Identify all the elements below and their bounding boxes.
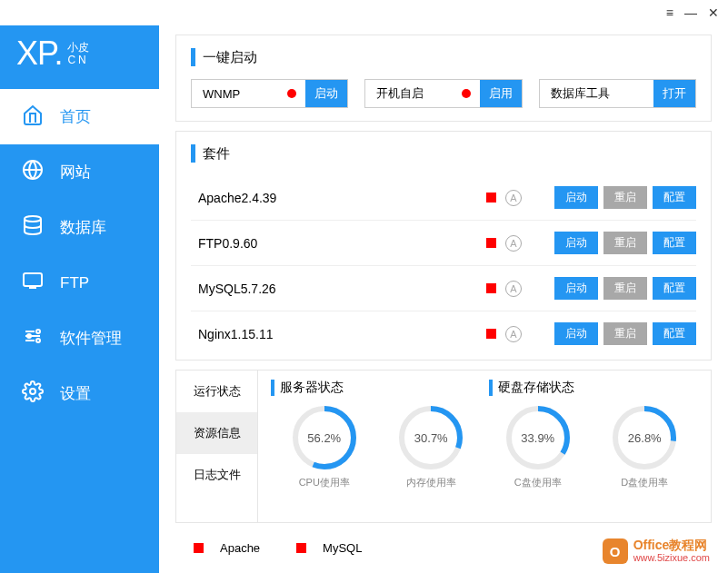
sidebar-item-label: 网站 [60, 162, 91, 183]
quick-button-0[interactable]: 启动 [305, 80, 347, 107]
legend-square-icon [194, 543, 204, 553]
legend-item: MySQL [296, 541, 362, 555]
suite-restart-button[interactable]: 重启 [603, 232, 647, 254]
status-dot-icon [287, 89, 296, 98]
suite-row: MySQL5.7.26A启动重启配置 [191, 266, 696, 311]
gauge-percent: 30.7% [398, 405, 464, 470]
quick-label: 数据库工具 [540, 85, 653, 102]
gauge: 26.8%D盘使用率 [612, 405, 677, 489]
sidebar-item-soft[interactable]: 软件管理 [0, 311, 159, 366]
settings-icon [22, 380, 44, 407]
gauge: 56.2%CPU使用率 [292, 405, 357, 489]
status-tab-0[interactable]: 运行状态 [176, 370, 257, 412]
gauge-label: 内存使用率 [406, 476, 456, 489]
db-icon [22, 214, 44, 241]
suite-badge-icon: A [505, 326, 522, 342]
quick-label: WNMP [192, 87, 287, 101]
sidebar-item-label: 数据库 [60, 217, 106, 238]
logo-text: XP. [16, 35, 62, 73]
sidebar: XP. 小皮 CN 首页网站数据库FTP软件管理设置 [0, 25, 159, 573]
suite-row: FTP0.9.60A启动重启配置 [191, 221, 696, 266]
suite-start-button[interactable]: 启动 [554, 277, 598, 300]
sidebar-item-label: FTP [60, 274, 89, 292]
suite-restart-button[interactable]: 重启 [603, 322, 647, 345]
status-dot-icon [462, 89, 471, 98]
status-card: 运行状态资源信息日志文件 服务器状态 硬盘存储状态 56.2%CPU使用率30.… [175, 370, 712, 523]
suite-name: Apache2.4.39 [191, 191, 486, 205]
suite-badge-icon: A [505, 281, 522, 297]
suite-name: Nginx1.15.11 [191, 327, 486, 341]
suite-row: Apache2.4.39A启动重启配置 [191, 175, 696, 221]
menu-icon[interactable]: ≡ [666, 5, 673, 20]
gauge: 33.9%C盘使用率 [505, 405, 571, 489]
home-icon [22, 104, 44, 130]
suite-start-button[interactable]: 启动 [554, 232, 598, 254]
quick-box-2: 数据库工具打开 [539, 79, 696, 108]
quickstart-title: 一键启动 [191, 48, 696, 66]
suite-name: FTP0.9.60 [191, 236, 486, 251]
sidebar-item-site[interactable]: 网站 [0, 144, 159, 200]
status-square-icon [486, 329, 496, 339]
sidebar-item-label: 首页 [60, 106, 91, 127]
suites-title: 套件 [191, 144, 696, 163]
gauge-label: C盘使用率 [514, 476, 562, 489]
quick-box-1: 开机自启启用 [364, 79, 522, 108]
sidebar-item-label: 软件管理 [60, 328, 122, 349]
quick-button-2[interactable]: 打开 [653, 80, 695, 107]
soft-icon [22, 325, 44, 351]
gauge: 30.7%内存使用率 [398, 405, 464, 489]
suite-config-button[interactable]: 配置 [653, 232, 696, 254]
status-square-icon [486, 283, 496, 293]
gauge-label: CPU使用率 [299, 476, 350, 489]
site-icon [22, 159, 44, 185]
svg-rect-2 [24, 273, 42, 286]
suite-restart-button[interactable]: 重启 [603, 277, 647, 300]
suite-config-button[interactable]: 配置 [653, 186, 696, 209]
ftp-icon [22, 270, 44, 296]
suite-badge-icon: A [505, 190, 522, 206]
quickstart-card: 一键启动 WNMP启动开机自启启用数据库工具打开 [175, 35, 712, 122]
sidebar-item-db[interactable]: 数据库 [0, 200, 159, 255]
svg-point-3 [36, 330, 40, 333]
quick-box-0: WNMP启动 [191, 79, 348, 108]
sidebar-item-home[interactable]: 首页 [0, 89, 159, 144]
status-tab-1[interactable]: 资源信息 [176, 412, 257, 454]
svg-point-1 [25, 216, 41, 222]
suite-config-button[interactable]: 配置 [653, 277, 696, 300]
watermark-badge-icon: O [603, 538, 628, 564]
suites-card: 套件 Apache2.4.39A启动重启配置FTP0.9.60A启动重启配置My… [175, 131, 712, 361]
suite-name: MySQL5.7.26 [191, 282, 486, 296]
gauge-percent: 56.2% [292, 405, 357, 470]
suite-row: Nginx1.15.11A启动重启配置 [191, 311, 696, 356]
suite-start-button[interactable]: 启动 [554, 322, 598, 345]
close-icon[interactable]: ✕ [708, 5, 719, 20]
sidebar-item-label: 设置 [60, 383, 91, 404]
watermark: O Office教程网 www.5izixue.com [603, 538, 710, 564]
suite-config-button[interactable]: 配置 [653, 322, 696, 345]
suite-restart-button[interactable]: 重启 [603, 186, 647, 209]
gauge-percent: 26.8% [612, 405, 677, 470]
sidebar-item-ftp[interactable]: FTP [0, 255, 159, 311]
suite-badge-icon: A [505, 235, 522, 252]
status-tab-2[interactable]: 日志文件 [176, 454, 257, 496]
logo: XP. 小皮 CN [0, 25, 159, 89]
disk-status-header: 硬盘存储状态 [489, 380, 574, 396]
status-square-icon [486, 193, 496, 203]
legend-square-icon [296, 543, 306, 553]
suite-start-button[interactable]: 启动 [554, 186, 598, 209]
svg-point-6 [30, 389, 35, 394]
quick-button-1[interactable]: 启用 [480, 80, 522, 107]
svg-point-5 [36, 339, 40, 342]
gauge-label: D盘使用率 [621, 476, 668, 489]
gauge-percent: 33.9% [505, 405, 571, 470]
sidebar-item-settings[interactable]: 设置 [0, 366, 159, 421]
quick-label: 开机自启 [365, 85, 461, 102]
legend-item: Apache [194, 541, 260, 555]
minimize-icon[interactable]: — [684, 5, 697, 20]
server-status-header: 服务器状态 [271, 380, 462, 396]
status-square-icon [486, 238, 496, 248]
